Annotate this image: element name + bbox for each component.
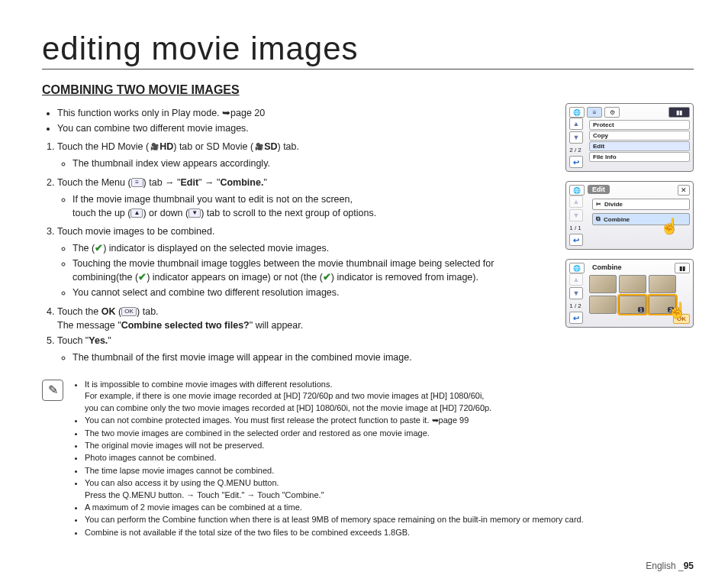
sd-label: SD	[264, 141, 277, 152]
movie-thumbnail-selected[interactable]: 2	[649, 296, 676, 314]
movie-thumbnail[interactable]	[589, 296, 617, 314]
note-item: You can also access it by using the Q.ME…	[85, 477, 584, 501]
text: For example, if there is one movie image…	[85, 391, 484, 400]
text: The (	[72, 243, 95, 254]
text: Touch the Menu (	[57, 177, 131, 188]
screen-title: Combine	[588, 263, 627, 272]
menu-protect[interactable]: Protect	[589, 120, 690, 130]
text: "	[263, 177, 266, 188]
notes-block: ✎ It is impossible to combine movie imag…	[42, 378, 694, 539]
back-button[interactable]: ↩	[569, 234, 583, 246]
menu-copy[interactable]: Copy	[589, 131, 690, 141]
step-sub: The (✔) indicator is displayed on the se…	[72, 241, 552, 255]
label: Divide	[604, 201, 623, 208]
note-item: You can not combine protected images. Yo…	[85, 415, 584, 426]
close-button[interactable]: ✕	[678, 185, 690, 196]
globe-icon[interactable]: 🌐	[569, 185, 585, 196]
step-sub: You cannot select and combine two differ…	[72, 286, 552, 299]
screen-edit: 🌐 Edit ✕ ▲ ▼ 1 / 1 ↩ ✂Divide ⧉Combine ☝	[565, 181, 694, 250]
movie-thumbnail-selected[interactable]: 1	[619, 296, 646, 314]
section-heading: COMBINING TWO MOVIE IMAGES	[42, 83, 694, 97]
text: Touch "	[57, 335, 89, 346]
down-button: ▼	[569, 209, 583, 221]
yes-label: Yes.	[89, 335, 108, 346]
text: ) tab → "	[143, 177, 181, 188]
step-5: Touch "Yes." The thumbnail of the first …	[57, 334, 552, 364]
edit-combine[interactable]: ⧉Combine	[592, 213, 690, 225]
note-item: Combine is not available if the total si…	[85, 527, 584, 538]
text: Touch the	[57, 306, 101, 317]
step-3: Touch movie images to be combined. The (…	[57, 225, 552, 300]
text: The message "	[57, 320, 121, 331]
instructions-column: This function works only in Play mode. ➥…	[42, 103, 552, 369]
note-item: Photo images cannot be combined.	[85, 452, 584, 464]
up-button[interactable]: ▲	[569, 118, 583, 130]
screen-combine: 🌐 Combine ▮▮ ▲ ▼ 1 / 2 ↩ 1 2 OK ☝	[565, 259, 694, 328]
page-indicator: 1 / 1	[569, 225, 581, 231]
label: Combine	[604, 216, 630, 223]
menu-tab[interactable]: ≡	[587, 107, 602, 118]
text: ) or down (	[143, 208, 188, 218]
check-icon: ✔	[95, 243, 103, 254]
movie-thumbnail[interactable]	[589, 275, 617, 293]
camera-icon: 🎥	[253, 144, 264, 151]
ok-label: OK	[101, 306, 116, 317]
footer-lang: English _	[646, 561, 683, 571]
step-sub: Touching the movie thumbnail image toggl…	[72, 257, 552, 284]
back-button[interactable]: ↩	[569, 156, 583, 168]
ok-button[interactable]: OK	[673, 314, 690, 324]
menu-edit[interactable]: Edit	[589, 141, 690, 151]
text: (	[115, 306, 121, 317]
text: If the movie image thumbnail you want to…	[72, 194, 353, 205]
text: ) indicator is removed from image).	[331, 272, 478, 283]
page-title: editing movie images	[42, 31, 694, 69]
text: " will appear.	[250, 320, 303, 331]
merge-icon: ⧉	[596, 215, 601, 223]
step-sub: The thumbnail index view appears accordi…	[72, 157, 552, 170]
text: "	[108, 335, 111, 346]
text: Touch movie images to be combined.	[57, 226, 214, 237]
battery-icon: ▮▮	[668, 107, 690, 118]
page-footer: English _95	[646, 561, 694, 571]
footer-page-number: 95	[684, 561, 694, 571]
gear-icon[interactable]: ⚙	[604, 107, 620, 118]
battery-icon: ▮▮	[675, 263, 690, 273]
text: ) indicator is displayed on the selected…	[103, 243, 329, 254]
movie-thumbnail[interactable]	[619, 275, 646, 293]
combine-label: Combine.	[220, 177, 263, 188]
screen-menu: 🌐 ≡ ⚙ ▮▮ ▲ ▼ 2 / 2 ↩ Protect Copy Edit F…	[565, 103, 694, 172]
text: ) tab.	[278, 141, 300, 152]
back-button[interactable]: ↩	[569, 312, 583, 324]
text: It is impossible to combine movie images…	[85, 380, 332, 389]
text: You can also access it by using the Q.ME…	[85, 478, 279, 487]
down-icon: ▼	[188, 208, 201, 218]
check-icon: ✔	[323, 272, 331, 283]
intro-item: You can combine two different movie imag…	[57, 121, 552, 135]
down-button[interactable]: ▼	[569, 131, 583, 144]
edit-label: Edit	[181, 177, 199, 188]
text: ) tab to scroll to the next group of opt…	[201, 208, 376, 218]
edit-divide[interactable]: ✂Divide	[592, 199, 690, 210]
note-item: You can perform the Combine function whe…	[85, 514, 584, 525]
globe-icon[interactable]: 🌐	[569, 263, 585, 273]
menu-icon: ≡	[131, 178, 143, 187]
text: ) tab or SD Movie (	[173, 141, 253, 152]
note-item: The time lapse movie images cannot be co…	[85, 465, 584, 477]
up-icon: ▲	[130, 208, 143, 218]
menu-fileinfo[interactable]: File Info	[589, 152, 690, 162]
order-badge: 2	[668, 307, 674, 312]
step-2: Touch the Menu (≡) tab → "Edit" → "Combi…	[57, 176, 552, 220]
ok-icon: OK	[121, 307, 137, 316]
page-indicator: 1 / 2	[569, 302, 581, 309]
note-item: A maximum of 2 movie images can be combi…	[85, 502, 584, 513]
page-indicator: 2 / 2	[569, 147, 581, 154]
hd-label: HD	[159, 141, 173, 152]
movie-thumbnail[interactable]	[649, 275, 676, 293]
text: Press the Q.MENU button. → Touch "Edit."…	[85, 490, 324, 499]
screenshots-column: 🌐 ≡ ⚙ ▮▮ ▲ ▼ 2 / 2 ↩ Protect Copy Edit F…	[565, 103, 694, 369]
down-button[interactable]: ▼	[569, 287, 583, 299]
globe-icon[interactable]: 🌐	[569, 107, 585, 118]
step-sub: If the movie image thumbnail you want to…	[72, 192, 552, 220]
camera-icon: 🎥	[149, 144, 159, 151]
up-button: ▲	[569, 273, 583, 286]
